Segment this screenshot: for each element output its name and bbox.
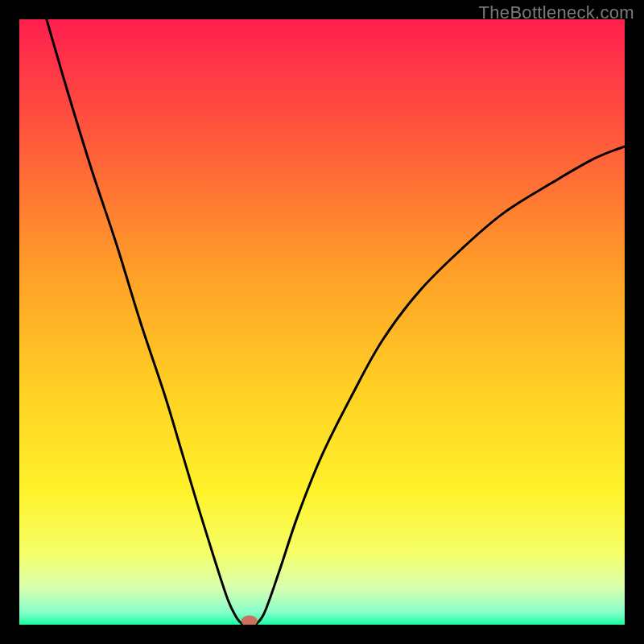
- chart-frame: TheBottleneck.com: [0, 0, 644, 644]
- chart-background: [19, 19, 625, 625]
- bottleneck-chart: [19, 19, 625, 625]
- plot-area: [19, 19, 625, 625]
